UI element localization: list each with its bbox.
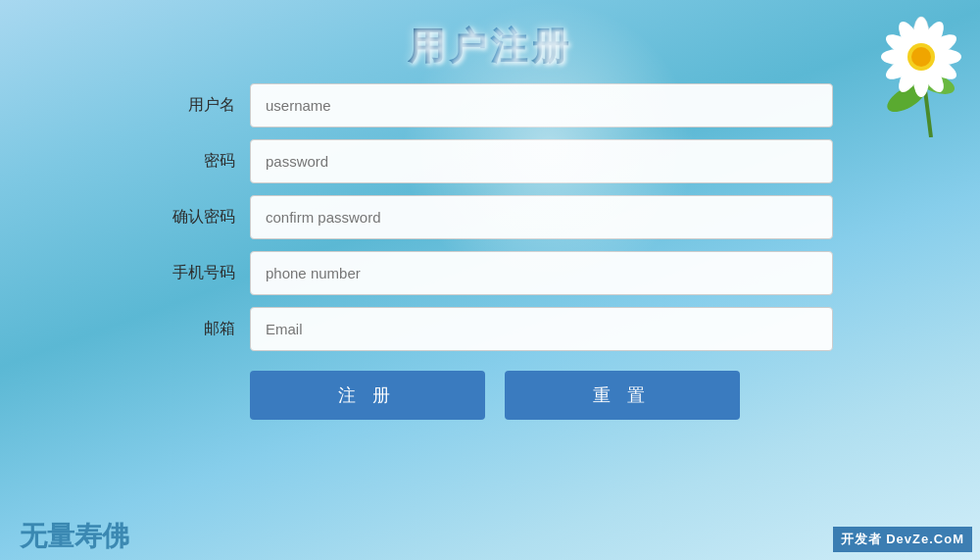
username-row: 用户名 — [147, 83, 833, 127]
email-label: 邮箱 — [147, 319, 235, 339]
confirm-password-row: 确认密码 — [147, 195, 833, 239]
flower-decoration — [823, 0, 980, 137]
email-row: 邮箱 — [147, 307, 833, 351]
password-label: 密码 — [147, 151, 235, 172]
devze-watermark: 开发者 DevZe.CoM — [833, 527, 972, 552]
password-input[interactable] — [250, 139, 833, 183]
phone-label: 手机号码 — [147, 263, 235, 283]
confirm-password-label: 确认密码 — [147, 207, 235, 228]
registration-form: 用户名 密码 确认密码 手机号码 邮箱 注 册 重 置 — [147, 83, 833, 420]
username-label: 用户名 — [147, 95, 235, 116]
confirm-password-input[interactable] — [250, 195, 833, 239]
password-row: 密码 — [147, 139, 833, 183]
svg-point-16 — [911, 47, 931, 67]
page-background: 用户注册 用 — [0, 0, 980, 560]
register-button[interactable]: 注 册 — [250, 371, 485, 420]
reset-button[interactable]: 重 置 — [505, 371, 740, 420]
page-title: 用户注册 — [408, 22, 572, 72]
bottom-text: 无量寿佛 — [20, 518, 129, 555]
buttons-row: 注 册 重 置 — [250, 371, 833, 420]
phone-row: 手机号码 — [147, 251, 833, 295]
email-input[interactable] — [250, 307, 833, 351]
devze-text: 开发者 DevZe.CoM — [841, 532, 964, 546]
phone-input[interactable] — [250, 251, 833, 295]
username-input[interactable] — [250, 83, 833, 127]
